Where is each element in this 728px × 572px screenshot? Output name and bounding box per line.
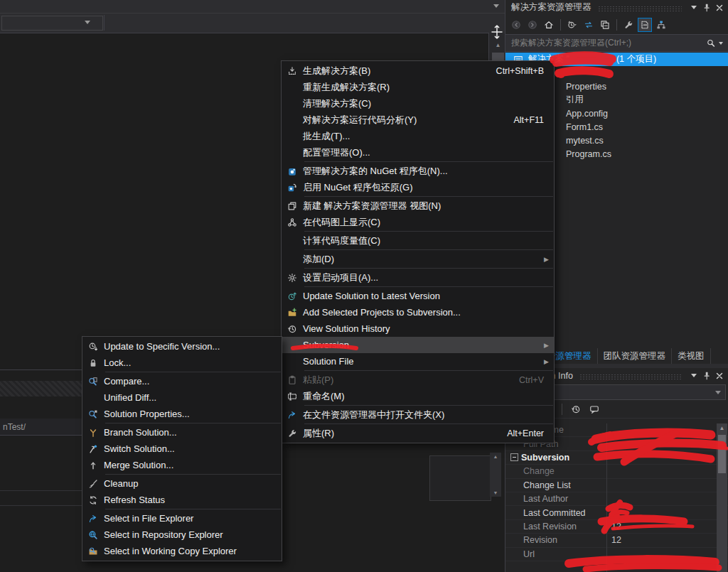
menu-item-add[interactable]: 添加(D)▶ xyxy=(282,251,554,267)
menu-item-label: Select in Working Copy Explorer xyxy=(104,546,237,556)
show-all-files-icon[interactable] xyxy=(638,18,652,32)
property-row-revision[interactable]: Revision 12 xyxy=(505,534,728,547)
scrollbar-thumb[interactable] xyxy=(718,435,726,473)
property-row-last-revision[interactable]: Last Revision 12 xyxy=(505,520,728,534)
menu-item-batch-build[interactable]: 批生成(T)... xyxy=(282,128,554,144)
chevron-down-icon[interactable] xyxy=(85,21,90,24)
path-label: nTest/ xyxy=(3,422,26,432)
menu-item-label: 重命名(M) xyxy=(303,390,345,403)
menu-item-show-on-code-map[interactable]: 在代码图上显示(C) xyxy=(282,214,554,230)
nav-back-icon[interactable] xyxy=(509,18,523,32)
pin-icon[interactable] xyxy=(700,370,712,382)
menu-item-rebuild-solution[interactable]: 重新生成解决方案(R) xyxy=(282,79,554,95)
close-icon[interactable] xyxy=(713,370,725,382)
properties-wrench-icon[interactable] xyxy=(621,18,636,32)
pin-icon[interactable] xyxy=(700,2,712,14)
add-svn-icon xyxy=(282,308,303,318)
property-row-last-committed[interactable]: Last Committed xyxy=(505,506,728,519)
property-row-url[interactable]: Url xyxy=(505,548,728,561)
menu-item-subversion[interactable]: Subversion▶ xyxy=(282,337,554,353)
property-row-change[interactable]: Change xyxy=(505,465,728,478)
menu-item-refresh-status[interactable]: Refresh Status xyxy=(82,492,282,508)
menu-item-enable-nuget-restore[interactable]: 启用 NuGet 程序包还原(G) xyxy=(282,179,554,195)
search-box[interactable]: 搜索解决方案资源管理器(Ctrl+;) xyxy=(505,35,728,52)
chevron-down-icon[interactable] xyxy=(687,370,700,382)
switch-views-icon[interactable] xyxy=(654,18,668,32)
menu-item-switch-solution[interactable]: Switch Solution... xyxy=(82,441,282,457)
property-row-last-author[interactable]: Last Author xyxy=(505,492,728,506)
update-latest-icon xyxy=(282,291,303,301)
menu-item-rename[interactable]: 重命名(M) xyxy=(282,388,554,404)
menu-item-set-startup-projects[interactable]: 设置启动项目(A)... xyxy=(282,269,554,286)
close-icon[interactable] xyxy=(713,2,725,14)
menu-item-properties[interactable]: 属性(R)Alt+Enter xyxy=(282,425,554,441)
background-scrollbar[interactable]: ▲▼ xyxy=(490,453,501,497)
menu-item-label: Merge Solution... xyxy=(104,460,173,470)
menu-item-compare[interactable]: Compare... xyxy=(82,373,282,389)
menu-item-solution-properties[interactable]: Solution Properties... xyxy=(82,406,282,422)
solution-explorer-header: 解决方案资源管理器 xyxy=(505,0,728,15)
collapse-expander-icon[interactable] xyxy=(510,453,518,461)
menu-item-label: Solution File xyxy=(303,356,354,367)
history-icon[interactable] xyxy=(569,402,583,416)
menu-item-open-folder-in-file-explorer[interactable]: 在文件资源管理器中打开文件夹(X) xyxy=(282,406,554,423)
menu-item-branch-solution[interactable]: Branch Solution... xyxy=(82,424,282,441)
chevron-down-icon[interactable] xyxy=(687,2,700,14)
menu-item-view-solution-history[interactable]: View Solution History xyxy=(282,320,554,337)
solution-properties-icon xyxy=(82,409,104,419)
submenu-arrow-icon: ▶ xyxy=(544,256,554,263)
chevron-down-icon xyxy=(715,391,721,394)
compare-icon xyxy=(82,377,104,387)
menu-item-update-solution-latest[interactable]: Update Solution to Latest Version xyxy=(282,288,554,304)
property-label: Url xyxy=(505,549,606,559)
property-row-change-list[interactable]: Change List xyxy=(505,479,728,492)
solution-label-suffix: (1 个项目) xyxy=(616,53,656,65)
chevron-down-icon[interactable] xyxy=(717,38,724,49)
menu-item-label: 生成解决方案(B) xyxy=(303,65,370,77)
scroll-up-icon[interactable]: ▲ xyxy=(493,454,498,459)
grid-scrollbar[interactable]: ▲ xyxy=(717,423,727,572)
grid-column-divider xyxy=(606,423,607,572)
menu-item-label: Update to Specific Version... xyxy=(104,341,220,352)
menu-item-run-code-analysis[interactable]: 对解决方案运行代码分析(Y)Alt+F11 xyxy=(282,112,554,128)
property-row-subversion[interactable]: Subversion xyxy=(505,451,728,465)
menu-item-select-in-file-explorer[interactable]: Select in File Explorer xyxy=(82,510,282,527)
comment-icon[interactable] xyxy=(587,402,601,416)
collapse-all-icon[interactable] xyxy=(598,18,612,32)
menu-item-add-projects-to-subversion[interactable]: Add Selected Projects to Subversion... xyxy=(282,304,554,320)
chevron-down-icon[interactable] xyxy=(493,4,499,8)
menu-item-manage-nuget-packages[interactable]: 管理解决方案的 NuGet 程序包(N)... xyxy=(282,163,554,179)
menu-item-select-in-working-copy-explorer[interactable]: Select in Working Copy Explorer xyxy=(82,543,282,559)
scroll-down-icon[interactable]: ▼ xyxy=(493,490,498,495)
code-map-icon xyxy=(282,217,303,227)
menu-item-unified-diff[interactable]: Unified Diff... xyxy=(82,389,282,406)
home-icon[interactable] xyxy=(542,18,556,32)
menu-item-select-in-repository-explorer[interactable]: Select in Repository Explorer xyxy=(82,527,282,543)
search-icon[interactable] xyxy=(705,38,717,49)
menu-item-update-to-specific-version[interactable]: Update to Specific Version... xyxy=(82,338,282,355)
tab-team-explorer[interactable]: 团队资源管理器 xyxy=(598,348,673,364)
tab-class-view[interactable]: 类视图 xyxy=(672,348,711,364)
pending-changes-filter-icon[interactable] xyxy=(565,18,579,32)
divider xyxy=(0,505,83,506)
refresh-icon[interactable] xyxy=(582,18,596,32)
menu-item-label: Select in Repository Explorer xyxy=(104,529,223,540)
nuget-icon xyxy=(282,166,303,176)
menu-item-clean-solution[interactable]: 清理解决方案(C) xyxy=(282,95,554,112)
nav-forward-icon[interactable] xyxy=(525,18,540,32)
menu-item-merge-solution[interactable]: Merge Solution... xyxy=(82,457,282,473)
menu-item-label: 配置管理器(O)... xyxy=(303,146,370,159)
menu-item-new-solution-explorer-view[interactable]: 新建 解决方案资源管理器 视图(N) xyxy=(282,198,554,214)
menu-item-label: 启用 NuGet 程序包还原(G) xyxy=(303,181,413,194)
menu-item-calculate-code-metrics[interactable]: 计算代码度量值(C) xyxy=(282,232,554,249)
menu-item-solution-file[interactable]: Solution File▶ xyxy=(282,353,554,369)
menu-item-label: 粘贴(P) xyxy=(303,374,333,387)
menu-item-lock[interactable]: Lock... xyxy=(82,355,282,371)
menu-item-cleanup[interactable]: Cleanup xyxy=(82,475,282,492)
property-label: Last Revision xyxy=(505,522,606,531)
menu-item-configuration-manager[interactable]: 配置管理器(O)... xyxy=(282,144,554,161)
menu-item-paste[interactable]: 粘贴(P)Ctrl+V xyxy=(282,372,554,388)
menu-item-build-solution[interactable]: 生成解决方案(B)Ctrl+Shift+B xyxy=(282,63,554,79)
scroll-up-icon[interactable]: ▲ xyxy=(717,423,727,433)
repo-explorer-icon xyxy=(82,530,104,540)
